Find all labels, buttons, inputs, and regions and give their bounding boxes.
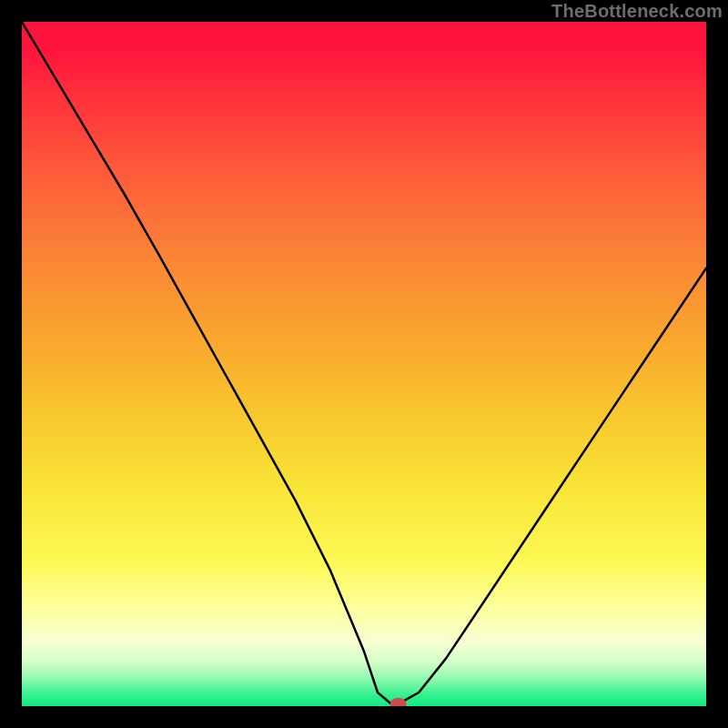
heat-gradient-background xyxy=(22,22,706,706)
chart-container: TheBottleneck.com xyxy=(0,0,728,728)
watermark-text: TheBottleneck.com xyxy=(551,0,723,22)
